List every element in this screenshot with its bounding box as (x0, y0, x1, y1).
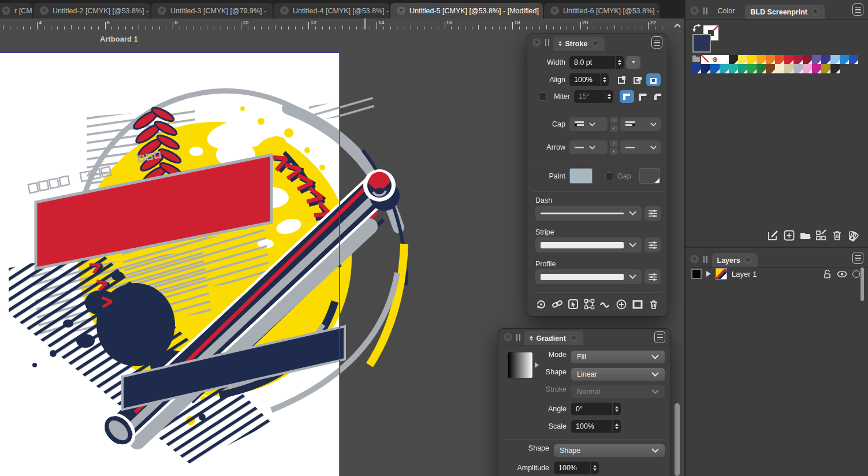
panel-close-icon[interactable]: ✕ (532, 38, 541, 47)
shape-dropdown[interactable]: Linear (571, 368, 665, 381)
import-swatches-icon[interactable] (799, 229, 811, 241)
tab-close-icon[interactable]: ✕ (2, 6, 10, 15)
join-miter-button[interactable] (620, 90, 634, 103)
layer-name[interactable]: Layer 1 (732, 270, 757, 278)
tab-document-0[interactable]: ✕ r [CM (0, 3, 32, 18)
panel-close-icon[interactable]: ✕ (690, 6, 699, 15)
cap-copy-right-button[interactable]: › (610, 117, 618, 124)
amplitude-stepper[interactable] (590, 462, 599, 474)
arrow-start-dropdown[interactable] (569, 140, 608, 154)
width-input[interactable]: 8.0 pt (569, 56, 624, 69)
swatch-2b241c[interactable] (729, 55, 738, 64)
swatch-2452b4[interactable] (849, 55, 858, 64)
swatch-book-icon[interactable] (847, 229, 859, 241)
paint-color-swatch[interactable] (569, 168, 593, 184)
width-stepper[interactable] (615, 56, 624, 69)
swatch-23b2a0[interactable] (729, 64, 738, 73)
swatch-8c1c2c[interactable] (803, 55, 812, 64)
mode-dropdown[interactable]: Fill (571, 351, 665, 363)
tab-bld-screenprint[interactable]: BLD Screenprint ✕ (745, 5, 825, 19)
swatch-f6eecb[interactable] (775, 64, 784, 73)
swatch-37388e[interactable] (821, 55, 830, 64)
panel-menu-icon[interactable] (852, 3, 863, 16)
swatch-c42490[interactable] (812, 64, 821, 73)
layer-color-tag[interactable] (691, 269, 702, 279)
stroke-panel-tab[interactable]: Stroke ✕ (553, 36, 605, 51)
swatch-registration[interactable]: ⊕ (710, 55, 720, 64)
panel-drag-handle[interactable] (703, 256, 707, 263)
miter-input[interactable]: 15° (574, 90, 613, 103)
gap-checkbox[interactable] (605, 172, 613, 180)
align-center-button[interactable] (631, 73, 645, 86)
tab-document-5[interactable]: ✕ Untitled-6 [CMYK] [@53.8%] - (544, 3, 660, 18)
cap-copy-left-button[interactable]: ‹ (610, 125, 618, 132)
miter-checkbox[interactable] (539, 92, 547, 101)
join-round-button[interactable] (635, 90, 650, 103)
swatch-e44d1e[interactable] (775, 55, 784, 64)
arrow-copy-right-button[interactable]: › (610, 140, 618, 147)
gradient-expand-icon[interactable] (535, 362, 539, 368)
align-input[interactable]: 100% (569, 73, 609, 86)
arrow-end-dropdown[interactable] (620, 140, 661, 154)
swatch-fad500[interactable] (747, 55, 757, 64)
angle-input[interactable]: 0° (571, 403, 621, 415)
visibility-eye-icon[interactable] (837, 270, 847, 278)
cap-start-dropdown[interactable] (569, 117, 608, 131)
dash-settings-button[interactable] (645, 206, 661, 221)
tab-close-icon[interactable]: ✕ (397, 6, 405, 15)
trash-icon[interactable] (648, 299, 660, 310)
swatch-f0a8d4[interactable] (803, 64, 812, 73)
reset-stroke-icon[interactable] (535, 299, 547, 310)
swatch-665aa8[interactable] (812, 55, 821, 64)
layers-scrollbar-thumb[interactable] (860, 267, 864, 301)
fill-stroke-indicator[interactable] (691, 22, 723, 52)
swatch-93c5ec[interactable] (830, 55, 840, 64)
swatch-b0b4ba[interactable] (794, 64, 803, 73)
align-outside-button[interactable] (646, 73, 661, 86)
swatch-none[interactable] (701, 55, 710, 64)
swatch-f5a21c[interactable] (757, 55, 766, 64)
tab-close-icon[interactable]: ✕ (280, 6, 289, 15)
tab-document-1[interactable]: ✕ Untitled-2 [CMYK] [@53.8%] - (33, 3, 150, 18)
tab-close-icon[interactable]: ✕ (40, 6, 49, 15)
tab-close-icon[interactable]: ✕ (158, 6, 166, 15)
panel-menu-icon[interactable] (651, 36, 662, 49)
layer-thumbnail[interactable] (716, 268, 727, 280)
swatch-0f5cb4[interactable] (710, 64, 720, 73)
tab-close-icon[interactable]: ✕ (550, 6, 559, 15)
scale-stepper[interactable] (612, 420, 621, 433)
layer-disclosure-icon[interactable] (706, 271, 711, 277)
layer-row[interactable]: Layer 1 (691, 268, 860, 280)
swatch-ad1e3e[interactable] (794, 55, 803, 64)
swatch-1d3a8c[interactable] (692, 64, 701, 73)
tab-document-4-active[interactable]: ✕ Untitled-5 [CMYK] [@53.8%] - [Modified… (390, 3, 543, 18)
edit-palette-icon[interactable] (815, 229, 827, 241)
scale-input[interactable]: 100% (571, 420, 621, 433)
panel-drag-handle[interactable] (516, 334, 520, 341)
swatch-f6e94a[interactable] (738, 55, 747, 64)
panel-drag-handle[interactable] (703, 8, 707, 14)
layers-panel-tab[interactable]: Layers ✕ (712, 253, 758, 267)
add-swatch-icon[interactable] (783, 229, 795, 241)
tab-document-2[interactable]: ✕ Untitled-3 [CMYK] [@79.9%] - (151, 3, 273, 18)
tab-close-icon[interactable]: ✕ (744, 256, 752, 265)
add-preset-icon[interactable] (616, 299, 627, 310)
unlock-icon[interactable] (824, 269, 832, 278)
swatch-1e87d8[interactable] (840, 55, 849, 64)
wave-profile-icon[interactable] (599, 299, 611, 310)
swatch-d6c8a0[interactable] (784, 64, 794, 73)
gap-color-swatch[interactable] (639, 168, 660, 184)
stripe-dropdown[interactable] (535, 237, 642, 252)
swatch-2a2a28[interactable] (830, 64, 840, 73)
swatch-folder[interactable] (692, 55, 701, 64)
link-icon[interactable] (552, 299, 563, 310)
swatch-28a048[interactable] (747, 64, 757, 73)
profile-settings-button[interactable] (645, 269, 661, 284)
panel-drag-handle[interactable] (545, 39, 549, 46)
softball-artwork[interactable] (0, 53, 439, 476)
stripe-settings-button[interactable] (645, 237, 661, 252)
tab-close-icon[interactable]: ✕ (811, 8, 819, 16)
swatch-ffffff[interactable] (720, 55, 729, 64)
swatch-a89418[interactable] (821, 64, 830, 73)
vertical-scrollbar-thumb[interactable] (675, 403, 680, 476)
